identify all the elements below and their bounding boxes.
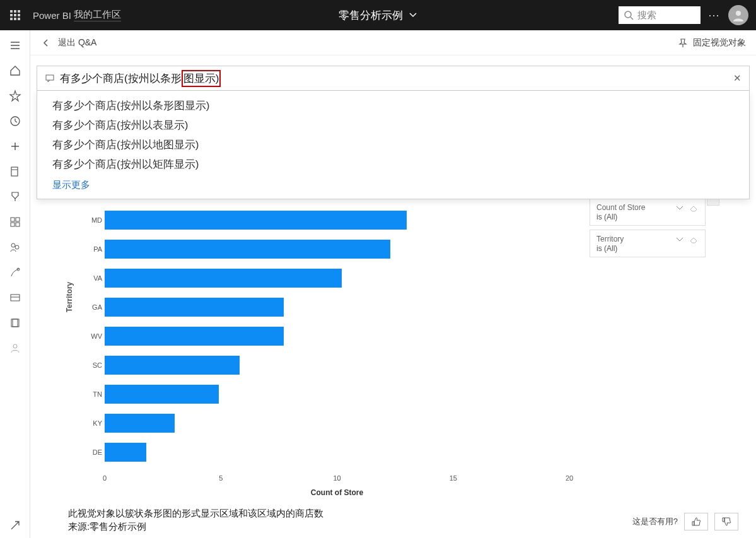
x-axis-label: Count of Store [311, 488, 363, 497]
x-tick: 5 [219, 474, 223, 482]
svg-line-10 [631, 17, 633, 20]
qna-query-highlighted: 图显示) [182, 70, 221, 87]
nav-menu-icon[interactable] [0, 33, 30, 58]
search-placeholder: 搜索 [637, 9, 656, 21]
bar[interactable] [105, 414, 175, 433]
svg-rect-0 [10, 10, 13, 13]
x-axis-ticks: 05101520 [105, 474, 569, 487]
bar[interactable] [105, 443, 146, 462]
bar-row: MD [105, 211, 569, 230]
bar[interactable] [105, 240, 390, 259]
category-label: SC [86, 361, 102, 369]
category-label: KY [86, 419, 102, 427]
qna-suggestion[interactable]: 有多少个商店(按州以表显示) [37, 115, 749, 135]
x-tick: 0 [103, 474, 107, 482]
svg-rect-1 [14, 10, 16, 13]
bar[interactable] [105, 211, 407, 230]
qna-suggestion[interactable]: 有多少个商店(按州以条形图显示) [37, 96, 749, 115]
category-label: VA [86, 274, 102, 282]
svg-rect-2 [18, 10, 20, 13]
category-label: MD [86, 216, 102, 224]
bar[interactable] [105, 327, 284, 346]
nav-favorites-icon[interactable] [0, 83, 30, 108]
left-nav [0, 30, 30, 538]
nav-learn-icon[interactable] [0, 260, 30, 285]
svg-rect-30 [11, 295, 20, 301]
feedback-bar: 这是否有用? [632, 513, 738, 530]
nav-workspaces-icon[interactable] [0, 285, 30, 310]
nav-home-icon[interactable] [0, 58, 30, 83]
category-label: WV [86, 332, 102, 340]
exit-qna-link[interactable]: 退出 Q&A [58, 37, 96, 49]
bar-row: VA [105, 269, 569, 288]
svg-rect-33 [13, 319, 18, 327]
bar-row: WV [105, 327, 569, 346]
svg-point-9 [625, 11, 631, 18]
search-input[interactable]: 搜索 [619, 6, 701, 24]
svg-rect-6 [10, 18, 13, 20]
bar[interactable] [105, 385, 219, 404]
bar-row: DE [105, 443, 569, 462]
bar-row: GA [105, 298, 569, 317]
qna-input[interactable]: 有多少个商店(按州以条形图显示) ✕ [37, 66, 750, 91]
bar-row: PA [105, 240, 569, 259]
nav-recent-icon[interactable] [0, 108, 30, 134]
bar[interactable] [105, 269, 342, 288]
chevron-down-icon[interactable] [675, 202, 685, 213]
top-header: Power BI 我的工作区 零售分析示例 搜索 ⋯ [0, 0, 756, 30]
chevron-down-icon [408, 10, 418, 20]
nav-browse-icon[interactable] [0, 336, 30, 361]
filter-card-count[interactable]: Count of Store is (All) [590, 198, 706, 226]
pin-visual-label[interactable]: 固定视觉对象 [693, 37, 746, 49]
svg-rect-35 [46, 75, 54, 80]
nav-apps-icon[interactable] [0, 209, 30, 235]
svg-rect-20 [11, 167, 18, 176]
svg-rect-4 [14, 14, 16, 16]
filter-card-territory[interactable]: Territory is (All) [590, 230, 706, 257]
qna-searchbox-wrap: 有多少个商店(按州以条形图显示) ✕ 有多少个商店(按州以条形图显示) 有多少个… [37, 66, 750, 199]
category-label: PA [86, 245, 102, 253]
chevron-down-icon[interactable] [675, 234, 685, 244]
pin-visual-icon[interactable] [678, 38, 688, 48]
svg-point-34 [13, 344, 17, 348]
nav-myworkspace-icon[interactable] [0, 310, 30, 336]
nav-datasets-icon[interactable] [0, 159, 30, 184]
qna-suggestion[interactable]: 有多少个商店(按州以矩阵显示) [37, 155, 749, 174]
thumbs-down-button[interactable] [714, 513, 738, 530]
nav-goals-icon[interactable] [0, 184, 30, 209]
qna-suggestions-dropdown: 有多少个商店(按州以条形图显示) 有多少个商店(按州以表显示) 有多少个商店(按… [37, 91, 750, 199]
nav-expand-icon[interactable] [0, 513, 30, 538]
more-menu-icon[interactable]: ⋯ [708, 8, 721, 22]
bar-row: TN [105, 385, 569, 404]
close-icon[interactable]: ✕ [733, 73, 741, 84]
visual-description: 此视觉对象以簇状条形图的形式显示区域和该区域内的商店数 来源:零售分析示例 [68, 506, 323, 533]
thumbs-up-button[interactable] [684, 513, 708, 530]
erase-icon[interactable] [689, 202, 699, 213]
bar[interactable] [105, 356, 240, 375]
user-avatar[interactable] [728, 5, 748, 25]
svg-rect-3 [10, 14, 13, 16]
svg-point-27 [11, 243, 15, 247]
nav-create-icon[interactable] [0, 134, 30, 159]
svg-rect-25 [11, 223, 15, 226]
main-content: 退出 Q&A 固定视觉对象 有多少个商店(按州以条形图显示) ✕ 有多少个商店(… [30, 30, 756, 538]
person-icon [732, 9, 745, 21]
description-line2: 来源:零售分析示例 [68, 520, 323, 533]
workspace-link[interactable]: 我的工作区 [74, 9, 121, 21]
erase-icon[interactable] [689, 234, 699, 244]
app-title: Power BI [33, 10, 71, 21]
qna-query-text: 有多少个商店(按州以条形 [60, 71, 182, 86]
category-label: GA [86, 303, 102, 311]
nav-shared-icon[interactable] [0, 235, 30, 260]
qna-show-more[interactable]: 显示更多 [37, 174, 749, 191]
report-title-dropdown[interactable]: 零售分析示例 [339, 8, 418, 23]
report-title: 零售分析示例 [339, 8, 403, 23]
svg-rect-8 [18, 18, 20, 20]
qna-suggestion[interactable]: 有多少个商店(按州以地图显示) [37, 135, 749, 155]
bar[interactable] [105, 298, 284, 317]
app-launcher-icon[interactable] [0, 0, 30, 30]
filter-title: Territory [596, 235, 624, 243]
back-icon[interactable] [40, 37, 52, 49]
svg-point-11 [736, 11, 741, 16]
svg-rect-23 [11, 218, 15, 221]
